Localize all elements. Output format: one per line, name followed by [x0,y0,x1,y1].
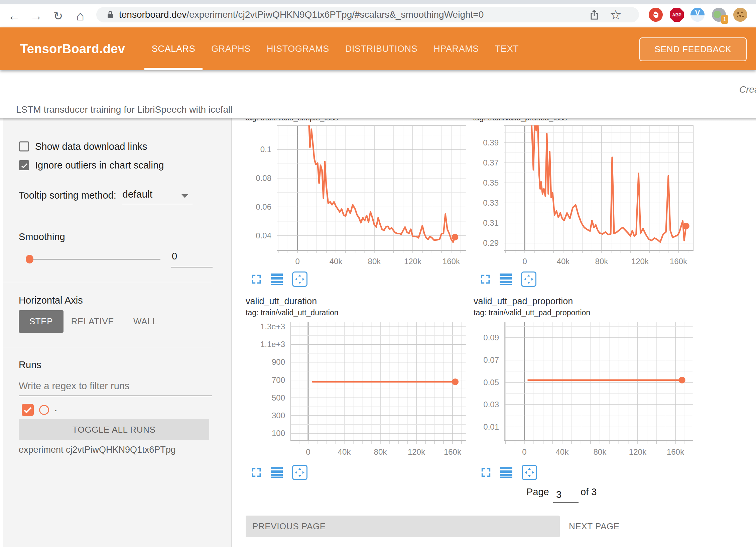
chevron-down-icon[interactable] [181,194,188,198]
chart-toolbar [480,271,536,287]
page-of-label: of 3 [581,486,597,498]
fit-domain-icon[interactable] [292,465,307,480]
cookie-extension-icon[interactable] [733,8,747,22]
fullscreen-icon[interactable] [480,467,492,478]
toggle-all-runs-button[interactable]: TOGGLE ALL RUNS [19,419,209,440]
chart-plot-clipped-left[interactable] [277,125,466,254]
data-table-icon[interactable] [271,274,283,285]
adblock-plus-extension-icon[interactable]: ABP [670,8,684,22]
tooltip-sorting-label: Tooltip sorting method: [19,190,116,201]
chart-title: valid_utt_pad_proportion [474,296,573,307]
nav-tabs: SCALARS GRAPHS HISTOGRAMS DISTRIBUTIONS … [144,27,527,70]
vimium-extension-icon[interactable]: V [690,8,705,22]
smoothing-slider-track[interactable] [29,259,160,260]
previous-page-button[interactable]: PREVIOUS PAGE [246,516,560,537]
y-axis-tick-label: 500 [248,393,285,403]
x-axis-tick-label: 120k [620,257,660,266]
smoothing-label: Smoothing [19,231,65,242]
page-label: Page [526,486,549,498]
send-feedback-button[interactable]: SEND FEEDBACK [639,37,747,61]
tab-hparams[interactable]: HPARAMS [425,27,487,70]
y-axis-tick-label: 0.03 [462,400,499,409]
url-bar[interactable]: tensorboard.dev/experiment/cj2vtPiwQHKN9… [96,7,639,22]
tensorboard-page: ← → ↻ ⌂ tensorboard.dev/experiment/cj2vt… [0,0,756,547]
fit-domain-icon[interactable] [292,271,307,287]
data-table-icon[interactable] [500,274,512,285]
smoothing-value[interactable]: 0 [172,251,177,262]
y-axis-tick-label: 0.35 [461,178,499,188]
x-axis-tick-label: 0 [277,257,318,266]
y-axis-tick-label: 0.33 [461,198,499,208]
tab-graphs[interactable]: GRAPHS [203,27,259,70]
chart-toolbar [251,271,307,287]
divider [0,348,212,348]
adblock-extension-icon[interactable] [649,8,663,22]
reload-icon[interactable]: ↻ [49,4,68,27]
chart-tag: tag: train/valid_utt_pad_proportion [474,308,590,317]
y-axis-tick-label: 0.29 [461,238,499,248]
y-axis-tick-label: 0.39 [461,138,499,147]
y-axis-tick-label: 0.04 [234,231,271,240]
next-page-button[interactable]: NEXT PAGE [569,516,620,537]
fit-domain-icon[interactable] [521,271,536,287]
page-number-input[interactable] [555,489,578,501]
y-axis-tick-label: 1.3e+3 [248,322,285,331]
fit-domain-icon[interactable] [522,465,537,480]
show-download-links-label[interactable]: Show data download links [35,141,147,152]
data-table-icon[interactable] [271,467,283,478]
x-axis-tick-label: 120k [618,447,658,457]
x-axis-tick-label: 40k [542,447,582,457]
chart-card-clipped-right: tag: train/valid_pruned_loss 0.290.310.3… [461,118,699,285]
chart-card-valid-utt-duration: valid_utt_duration tag: train/valid_utt_… [234,294,471,481]
tab-histograms[interactable]: HISTOGRAMS [259,27,337,70]
runs-filter-input[interactable]: Write a regex to filter runs [19,380,129,392]
ignore-outliers-label[interactable]: Ignore outliers in chart scaling [35,160,164,171]
smoothing-slider-thumb[interactable] [26,255,33,263]
experiment-id-label: experiment cj2vtPiwQHKN9Q1tx6PTpg [19,445,176,455]
y-axis-tick-label: 0.09 [462,333,499,342]
show-download-links-checkbox[interactable] [19,141,29,151]
experiment-title: LSTM transducer training for LibriSpeech… [16,104,232,115]
y-axis-tick-label: 0.01 [462,422,499,432]
bookmark-star-icon[interactable]: ☆ [610,7,622,22]
created-text-clipped: Crea [739,84,756,95]
share-icon[interactable] [589,9,600,20]
settings-sidebar: Show data download links Ignore outliers… [0,118,232,547]
fullscreen-icon[interactable] [251,467,262,478]
tab-scalars[interactable]: SCALARS [144,27,203,70]
tooltip-sorting-select[interactable]: default [122,189,152,200]
x-axis-tick-label: 40k [316,257,356,266]
horizontal-axis-label: Horizontal Axis [19,295,83,306]
tab-text[interactable]: TEXT [487,27,527,70]
y-axis-tick-label: 0.05 [462,378,499,387]
axis-step-button[interactable]: STEP [19,310,64,333]
y-axis-tick-label: 0.37 [461,158,499,168]
y-axis-tick-label: 100 [248,429,285,438]
data-table-icon[interactable] [500,467,513,478]
app-logo: TensorBoard.dev [20,27,125,70]
run-color-swatch [39,405,49,415]
axis-wall-button[interactable]: WALL [127,310,164,333]
chart-plot-valid-utt-pad-proportion[interactable] [504,322,693,445]
scroll-shadow [0,118,756,121]
tooltip-sorting-underline [122,204,193,204]
page-input-underline [553,502,579,503]
runs-filter-underline [19,396,212,396]
forward-icon[interactable]: → [27,4,45,27]
ignore-outliers-checkbox[interactable] [19,160,29,170]
tab-distributions[interactable]: DISTRIBUTIONS [337,27,425,70]
run-checkbox[interactable] [22,404,34,416]
chart-plot-valid-utt-duration[interactable] [290,322,466,445]
y-axis-tick-label: 0.07 [462,355,499,365]
home-icon[interactable]: ⌂ [71,4,90,27]
back-icon[interactable]: ← [5,4,23,27]
x-axis-tick-label: 120k [393,257,433,266]
profile-avatar-icon[interactable]: 1 [712,8,726,22]
x-axis-tick-label: 80k [580,447,620,457]
chart-tag: tag: train/valid_utt_duration [246,308,338,317]
fullscreen-icon[interactable] [251,274,262,285]
axis-relative-button[interactable]: RELATIVE [70,310,115,333]
chart-plot-clipped-right[interactable] [504,125,694,254]
run-name: . [54,403,57,414]
fullscreen-icon[interactable] [480,274,491,285]
